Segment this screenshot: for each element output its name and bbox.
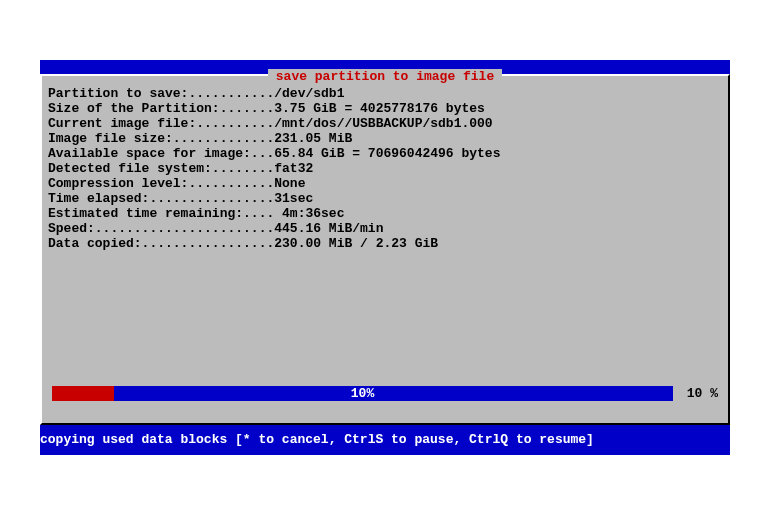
line-speed: Speed:.......................445.16 MiB/… (48, 221, 722, 236)
dialog-title: save partition to image file (268, 69, 502, 84)
line-size-of-partition: Size of the Partition:.......3.75 GiB = … (48, 101, 722, 116)
line-partition-to-save: Partition to save:.........../dev/sdb1 (48, 86, 722, 101)
progress-right-label: 10 % (673, 386, 718, 401)
status-footer: copying used data blocks [* to cancel, C… (40, 432, 730, 447)
progress-center-label: 10% (52, 386, 673, 401)
line-compression: Compression level:...........None (48, 176, 722, 191)
line-current-image-file: Current image file:........../mnt/dos//U… (48, 116, 722, 131)
line-eta: Estimated time remaining:.... 4m:36sec (48, 206, 722, 221)
dialog-title-row: save partition to image file (42, 69, 728, 83)
dialog-content: Partition to save:.........../dev/sdb1 S… (48, 86, 722, 251)
progress-bar: 10% (52, 386, 673, 401)
dialog-window: save partition to image file Partition t… (40, 74, 730, 425)
progress-row: 10% 10 % (52, 386, 718, 401)
terminal-screen: save partition to image file Partition t… (40, 60, 730, 455)
line-available-space: Available space for image:...65.84 GiB =… (48, 146, 722, 161)
line-time-elapsed: Time elapsed:................31sec (48, 191, 722, 206)
line-data-copied: Data copied:.................230.00 MiB … (48, 236, 722, 251)
line-image-file-size: Image file size:.............231.05 MiB (48, 131, 722, 146)
line-detected-fs: Detected file system:........fat32 (48, 161, 722, 176)
